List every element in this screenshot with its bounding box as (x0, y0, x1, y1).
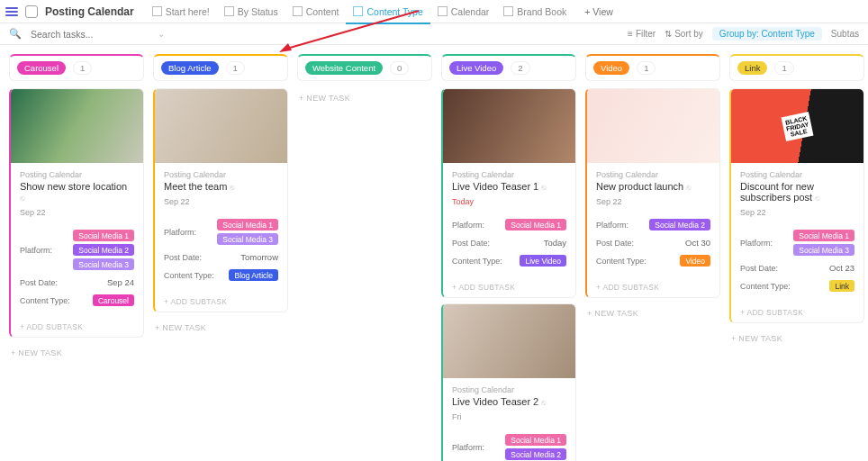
column-header: Live Video 2 (441, 54, 576, 81)
card-body: Posting Calendar Meet the team ⎋ Sep 22 … (155, 163, 287, 292)
add-subtask[interactable]: + ADD SUBTASK (155, 292, 287, 312)
tab-calendar[interactable]: Calendar (430, 3, 497, 21)
group-by-pill[interactable]: Group by: Content Type (712, 27, 822, 41)
category-pill[interactable]: Carousel (17, 61, 66, 75)
card-body: Posting Calendar Discount for new subscr… (731, 163, 863, 303)
new-task[interactable]: + NEW TASK (729, 329, 864, 348)
post-date-row: Post Date:Oct 23 (740, 259, 854, 276)
card-title: Live Video Teaser 2 ⎋ (452, 396, 566, 407)
tab-icon (224, 6, 234, 16)
platform-tag: Social Media 3 (793, 244, 854, 256)
platform-tag: Social Media 2 (649, 219, 710, 230)
project-label: Posting Calendar (20, 170, 134, 179)
project-label: Posting Calendar (452, 385, 566, 394)
new-task[interactable]: + NEW TASK (153, 318, 288, 338)
content-type-row: Content Type:Carousel (20, 291, 134, 310)
count-pill: 1 (226, 61, 245, 75)
category-pill[interactable]: Link (737, 61, 767, 75)
task-card[interactable]: BLACKFRIDAYSALE Posting Calendar Discoun… (729, 88, 864, 323)
view-title: Posting Calendar (45, 5, 134, 18)
column-header: Website Content 0 (297, 54, 432, 81)
post-date-row: Post Date:Today (452, 234, 566, 251)
chevron-down-icon[interactable]: ⌄ (158, 29, 165, 39)
column-link: Link 1 BLACKFRIDAYSALE Posting Calendar … (729, 54, 864, 461)
filter-button[interactable]: ≡ Filter (628, 29, 656, 39)
content-type-row: Content Type:Live Video (452, 251, 566, 270)
card-image (443, 304, 575, 378)
gear-icon[interactable] (25, 5, 38, 18)
column-carousel: Carousel 1 Posting Calendar Show new sto… (9, 54, 144, 461)
add-subtask[interactable]: + ADD SUBTASK (443, 277, 575, 297)
tab-icon (438, 6, 448, 16)
task-card[interactable]: Posting Calendar Show new store location… (9, 88, 144, 338)
card-image (155, 89, 287, 163)
link-icon: ⎋ (686, 183, 691, 192)
platform-tag: Social Media 3 (73, 258, 134, 270)
add-view[interactable]: + View (577, 3, 620, 21)
platform-row: Platform: Social Media 1Social Media 2 (452, 430, 566, 461)
card-image: BLACKFRIDAYSALE (731, 89, 863, 163)
project-label: Posting Calendar (164, 170, 278, 179)
count-pill: 1 (774, 61, 793, 75)
tab-icon (353, 6, 363, 16)
tab-icon (293, 6, 303, 16)
new-task[interactable]: + NEW TASK (9, 343, 144, 363)
link-icon: ⎋ (815, 194, 819, 203)
column-video: Video 1 Posting Calendar New product lau… (585, 54, 720, 461)
sort-button[interactable]: ⇅ Sort by (665, 29, 703, 39)
category-pill[interactable]: Video (593, 61, 629, 75)
add-subtask[interactable]: + ADD SUBTASK (587, 277, 719, 297)
menu-icon[interactable] (5, 7, 18, 16)
tab-start-here-[interactable]: Start here! (145, 3, 217, 21)
platform-tag: Social Media 1 (505, 219, 566, 230)
due-date: Sep 22 (20, 208, 134, 217)
link-icon: ⎋ (230, 183, 234, 192)
new-task[interactable]: + NEW TASK (585, 303, 720, 323)
post-date-row: Post Date:Oct 30 (596, 234, 710, 251)
card-body: Posting Calendar Live Video Teaser 2 ⎋ F… (443, 378, 575, 461)
platform-tag: Social Media 1 (73, 230, 134, 241)
search-input[interactable] (31, 29, 149, 40)
platform-tag: Social Media 1 (505, 434, 566, 446)
category-pill[interactable]: Website Content (305, 61, 383, 75)
add-subtask[interactable]: + ADD SUBTASK (731, 303, 863, 322)
card-image (443, 89, 575, 163)
category-pill[interactable]: Blog Article (161, 61, 219, 75)
tab-content-type[interactable]: Content Type (346, 3, 429, 21)
add-subtask[interactable]: + ADD SUBTASK (11, 317, 143, 337)
project-label: Posting Calendar (596, 170, 710, 179)
task-card[interactable]: Posting Calendar Live Video Teaser 2 ⎋ F… (441, 303, 576, 461)
card-body: Posting Calendar Live Video Teaser 1 ⎋ T… (443, 163, 575, 277)
new-task[interactable]: + NEW TASK (297, 88, 432, 108)
platform-tag: Social Media 3 (217, 233, 278, 245)
column-header: Video 1 (585, 54, 720, 81)
card-title: Discount for new subscribers post ⎋ (740, 181, 854, 203)
due-date: Sep 22 (164, 197, 278, 206)
card-title: Show new store location ⎋ (20, 181, 134, 203)
card-title: Meet the team ⎋ (164, 181, 278, 192)
tab-by-status[interactable]: By Status (217, 3, 285, 21)
card-body: Posting Calendar Show new store location… (11, 163, 143, 317)
task-card[interactable]: Posting Calendar New product launch ⎋ Se… (585, 88, 720, 298)
column-website-content: Website Content 0+ NEW TASK (297, 54, 432, 461)
card-title: Live Video Teaser 1 ⎋ (452, 181, 566, 192)
category-pill[interactable]: Live Video (449, 61, 503, 75)
column-header: Blog Article 1 (153, 54, 288, 81)
platform-row: Platform: Social Media 1Social Media 3 (164, 215, 278, 249)
tab-brand-book[interactable]: Brand Book (496, 3, 574, 21)
post-date-row: Post Date:Sep 24 (20, 274, 134, 291)
subtasks-button[interactable]: Subtas (831, 29, 859, 39)
link-icon: ⎋ (541, 398, 546, 407)
task-card[interactable]: Posting Calendar Meet the team ⎋ Sep 22 … (153, 88, 288, 312)
due-date: Today (452, 197, 566, 206)
tabs-container: Start here!By StatusContentContent TypeC… (145, 3, 574, 21)
content-type-row: Content Type:Video (596, 251, 710, 270)
project-label: Posting Calendar (452, 170, 566, 179)
platform-tag: Social Media 1 (217, 219, 278, 230)
task-card[interactable]: Posting Calendar Live Video Teaser 1 ⎋ T… (441, 88, 576, 298)
tab-content[interactable]: Content (285, 3, 347, 21)
card-body: Posting Calendar New product launch ⎋ Se… (587, 163, 719, 277)
top-bar: Posting Calendar Start here!By StatusCon… (0, 0, 868, 23)
tab-icon (503, 6, 513, 16)
search-icon: 🔍 (9, 28, 22, 40)
